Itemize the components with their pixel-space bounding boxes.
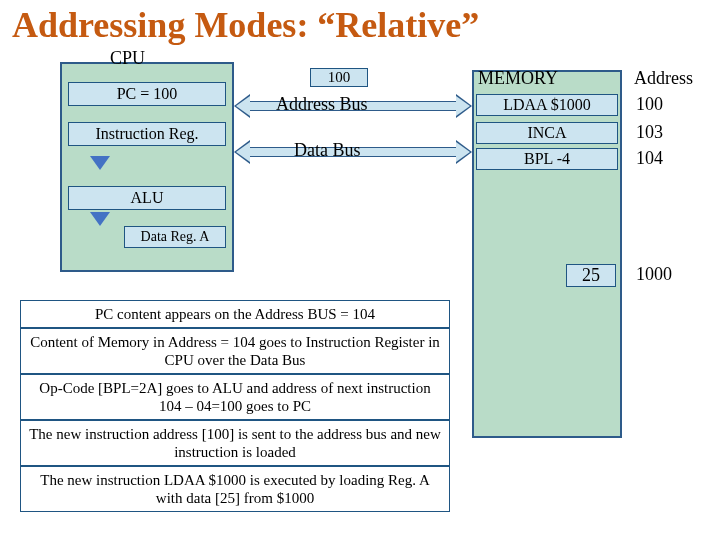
memory-addr: 100 bbox=[636, 94, 663, 115]
arrow-down-icon bbox=[90, 212, 110, 226]
address-heading: Address bbox=[634, 68, 693, 89]
note-item: Op-Code [BPL=2A] goes to ALU and address… bbox=[20, 374, 450, 420]
instruction-register: Instruction Reg. bbox=[68, 122, 226, 146]
note-item: The new instruction address [100] is sen… bbox=[20, 420, 450, 466]
note-item: The new instruction LDAA $1000 is execut… bbox=[20, 466, 450, 512]
alu-register: ALU bbox=[68, 186, 226, 210]
memory-data-addr: 1000 bbox=[636, 264, 672, 285]
note-item: PC content appears on the Address BUS = … bbox=[20, 300, 450, 328]
note-item: Content of Memory in Address = 104 goes … bbox=[20, 328, 450, 374]
data-register-a: Data Reg. A bbox=[124, 226, 226, 248]
notes-list: PC content appears on the Address BUS = … bbox=[20, 300, 450, 512]
memory-row: BPL -4 bbox=[476, 148, 618, 170]
memory-row: INCA bbox=[476, 122, 618, 144]
memory-heading: MEMORY bbox=[478, 68, 558, 89]
address-bus-value: 100 bbox=[310, 68, 368, 87]
arrow-down-icon bbox=[90, 156, 110, 170]
memory-addr: 104 bbox=[636, 148, 663, 169]
memory-addr: 103 bbox=[636, 122, 663, 143]
program-counter: PC = 100 bbox=[68, 82, 226, 106]
cpu-label: CPU bbox=[110, 48, 145, 69]
memory-data-value: 25 bbox=[566, 264, 616, 287]
address-bus-label: Address Bus bbox=[276, 94, 368, 115]
slide-title: Addressing Modes: “Relative” bbox=[0, 0, 720, 50]
memory-row: LDAA $1000 bbox=[476, 94, 618, 116]
data-bus-label: Data Bus bbox=[294, 140, 361, 161]
